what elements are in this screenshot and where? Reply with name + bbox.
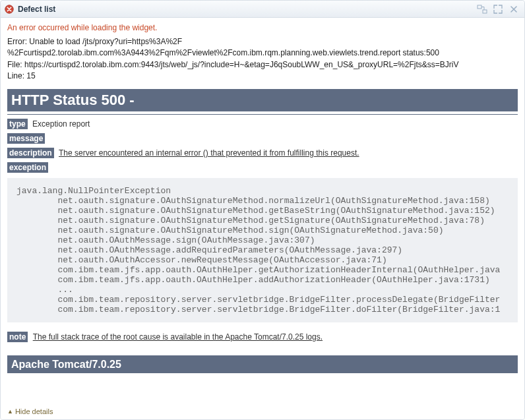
http-response-page: HTTP Status 500 - type Exception report … [7,89,518,373]
type-value: Exception report [32,119,90,129]
maximize-icon[interactable] [491,4,505,15]
http-status-header: HTTP Status 500 - [7,89,518,111]
description-label: description [7,148,54,158]
error-detail: Error: Unable to load /jts/proxy?uri=htt… [1,35,524,89]
settings-icon[interactable] [476,4,489,15]
exception-label: exception [7,162,48,173]
close-icon[interactable] [507,4,520,15]
error-message: An error occurred while loading the widg… [1,18,524,35]
hide-details-link[interactable]: ▲Hide details [1,405,524,419]
error-line: Error: Unable to load /jts/proxy?uri=htt… [7,36,518,47]
description-value: The server encountered an internal error… [59,148,359,158]
error-line: File: https://curtispd2.torolab.ibm.com:… [7,59,518,71]
widget-title: Defect list [18,5,55,14]
titlebar: Defect list [1,1,524,18]
widget-content: An error occurred while loading the widg… [1,18,524,419]
error-icon [5,5,14,14]
message-label: message [7,133,45,144]
server-header: Apache Tomcat/7.0.25 [7,356,518,373]
note-value: The full stack trace of the root cause i… [33,332,323,342]
stack-trace: java.lang.NullPointerException net.oauth… [7,178,518,322]
svg-rect-1 [478,5,481,9]
response-body-scroll[interactable]: HTTP Status 500 - type Exception report … [7,89,518,405]
error-line: Line: 15 [7,71,518,82]
collapse-icon: ▲ [7,408,13,415]
svg-rect-2 [483,10,487,13]
widget-panel: Defect list An error occurred while load… [0,0,525,420]
hide-details-label: Hide details [15,407,53,415]
error-line: %2Fcurtispd2.torolab.ibm.com%3A9443%2Fqm… [7,47,518,59]
type-label: type [7,119,28,129]
note-label: note [7,332,28,342]
